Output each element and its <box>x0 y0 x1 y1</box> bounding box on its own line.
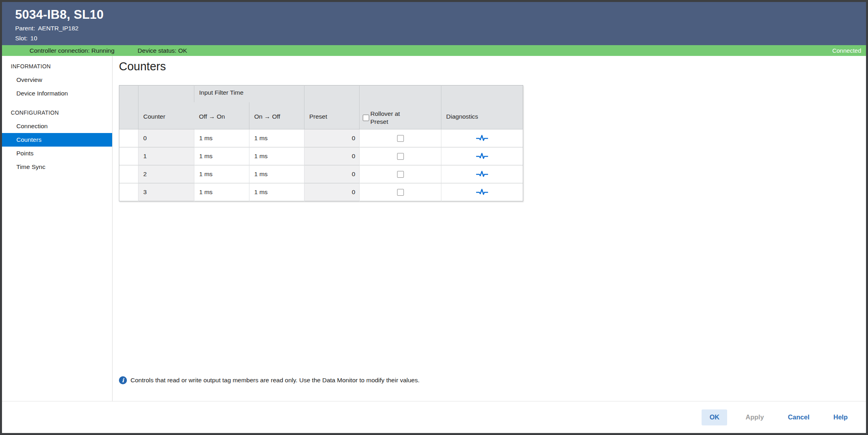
col-header-counter: Counter <box>138 85 194 129</box>
controller-connection-status: Controller connection: Running <box>15 44 115 58</box>
diagnostics-cell <box>441 147 523 165</box>
preset-cell: 0 <box>304 183 360 201</box>
content-pane: Counters Counter Input Filter Time Prese… <box>113 56 866 401</box>
col-group-input-filter-time: Input Filter Time <box>194 85 304 102</box>
connection-state: Connected <box>832 47 861 54</box>
diagnostics-cell <box>441 165 523 183</box>
sidebar-item-points[interactable]: Points <box>2 147 112 160</box>
row-selector-cell[interactable] <box>119 129 138 147</box>
counter-cell: 0 <box>138 129 194 147</box>
sidebar-item-connection[interactable]: Connection <box>2 119 112 133</box>
preset-cell: 0 <box>304 129 360 147</box>
section-label-information: INFORMATION <box>2 60 112 73</box>
sidebar: INFORMATION Overview Device Information … <box>2 56 113 401</box>
row-selector-cell[interactable] <box>119 165 138 183</box>
table-row: 1 1 ms 1 ms 0 <box>119 147 523 165</box>
counter-cell: 2 <box>138 165 194 183</box>
note-text: Controls that read or write output tag m… <box>130 377 419 384</box>
preset-cell: 0 <box>304 147 360 165</box>
status-bar: Controller connection: Running Device st… <box>2 45 866 56</box>
parent-value: AENTR_IP182 <box>38 25 79 32</box>
rollover-checkbox[interactable] <box>397 189 404 196</box>
row-selector-header <box>119 85 138 129</box>
preset-cell: 0 <box>304 165 360 183</box>
off-to-on-cell[interactable]: 1 ms <box>194 183 249 201</box>
counters-table: Counter Input Filter Time Preset Rollove… <box>119 85 523 201</box>
slot-line: Slot:10 <box>15 35 866 42</box>
off-to-on-cell[interactable]: 1 ms <box>194 129 249 147</box>
on-to-off-cell[interactable]: 1 ms <box>249 129 304 147</box>
diagnostics-cell <box>441 129 523 147</box>
parent-label: Parent: <box>15 25 35 32</box>
table-row: 3 1 ms 1 ms 0 <box>119 183 523 201</box>
module-properties-window: 5034-IB8, SL10 Parent:AENTR_IP182 Slot:1… <box>0 0 868 435</box>
parent-line: Parent:AENTR_IP182 <box>15 25 866 32</box>
on-to-off-cell[interactable]: 1 ms <box>249 165 304 183</box>
row-selector-cell[interactable] <box>119 147 138 165</box>
on-to-off-cell[interactable]: 1 ms <box>249 183 304 201</box>
read-only-note: i Controls that read or write output tag… <box>119 376 419 384</box>
counter-cell: 3 <box>138 183 194 201</box>
col-header-on-to-off: On → Off <box>249 102 304 129</box>
diagnostics-pulse-icon[interactable] <box>476 189 488 196</box>
rollover-checkbox[interactable] <box>397 153 404 160</box>
ok-button[interactable]: OK <box>702 409 727 425</box>
sidebar-item-overview[interactable]: Overview <box>2 73 112 87</box>
rollover-cell <box>360 147 441 165</box>
diagnostics-pulse-icon[interactable] <box>476 171 488 178</box>
col-header-diagnostics: Diagnostics <box>441 85 523 129</box>
diagnostics-pulse-icon[interactable] <box>476 135 488 142</box>
sidebar-section-information: INFORMATION Overview Device Information <box>2 60 112 100</box>
on-to-off-cell[interactable]: 1 ms <box>249 147 304 165</box>
rollover-cell <box>360 165 441 183</box>
apply-button[interactable]: Apply <box>740 409 769 425</box>
off-to-on-cell[interactable]: 1 ms <box>194 147 249 165</box>
table-row: 0 1 ms 1 ms 0 <box>119 129 523 147</box>
sidebar-item-counters[interactable]: Counters <box>2 133 112 147</box>
diagnostics-cell <box>441 183 523 201</box>
off-to-on-cell[interactable]: 1 ms <box>194 165 249 183</box>
rollover-checkbox[interactable] <box>397 171 404 178</box>
rollover-cell <box>360 129 441 147</box>
device-status: Device status: OK <box>123 44 187 58</box>
diagnostics-pulse-icon[interactable] <box>476 153 488 160</box>
cancel-button[interactable]: Cancel <box>782 409 815 425</box>
sidebar-section-configuration: CONFIGURATION Connection Counters Points… <box>2 106 112 174</box>
col-header-off-to-on: Off → On <box>194 102 249 129</box>
slot-label: Slot: <box>15 35 28 42</box>
sidebar-item-time-sync[interactable]: Time Sync <box>2 160 112 174</box>
rollover-checkbox[interactable] <box>397 135 404 142</box>
sidebar-item-device-information[interactable]: Device Information <box>2 87 112 100</box>
col-header-rollover-at-preset: Rollover at Preset <box>360 85 441 129</box>
footer-button-bar: OK Apply Cancel Help <box>2 401 866 433</box>
rollover-header-label: Rollover at Preset <box>370 110 409 126</box>
rollover-all-checkbox[interactable] <box>363 115 369 121</box>
body-area: INFORMATION Overview Device Information … <box>2 56 866 401</box>
help-button[interactable]: Help <box>828 409 853 425</box>
module-title: 5034-IB8, SL10 <box>15 8 866 22</box>
info-icon: i <box>119 376 127 384</box>
page-title: Counters <box>119 60 866 73</box>
titlebar: 5034-IB8, SL10 Parent:AENTR_IP182 Slot:1… <box>2 2 866 45</box>
table-row: 2 1 ms 1 ms 0 <box>119 165 523 183</box>
row-selector-cell[interactable] <box>119 183 138 201</box>
slot-value: 10 <box>30 35 37 42</box>
col-header-preset: Preset <box>304 85 360 129</box>
rollover-cell <box>360 183 441 201</box>
counter-cell: 1 <box>138 147 194 165</box>
section-label-configuration: CONFIGURATION <box>2 106 112 119</box>
